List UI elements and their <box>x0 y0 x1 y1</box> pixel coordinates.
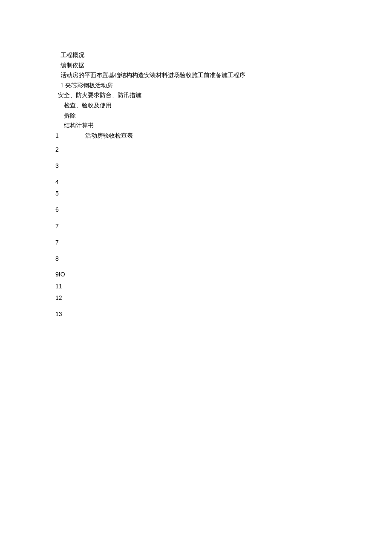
number-label-8: 8 <box>55 255 392 263</box>
toc-line-5: 安全、防火要求防台、防汛措施 <box>55 91 392 100</box>
number-label-1: 1 <box>55 132 85 140</box>
number-label-13: 13 <box>55 310 392 319</box>
toc-line-7: 拆除 <box>55 112 392 120</box>
number-label-5: 5 <box>55 190 392 198</box>
toc-line-3: 活动房的平面布置基础结构构造安装材料进场验收施工前准备施工程序 <box>55 71 392 80</box>
toc-line-8: 结构计算书 <box>55 121 392 130</box>
toc-line-2: 编制依据 <box>55 61 392 70</box>
number-label-3: 3 <box>55 162 392 170</box>
number-label-7: 7 <box>55 222 392 231</box>
number-label-7b: 7 <box>55 239 392 247</box>
numbered-item-1: 1 活动房验收检查表 <box>55 132 392 140</box>
number-label-9: 9IO <box>55 270 392 279</box>
toc-line-6: 检查、验收及使用 <box>55 101 392 110</box>
toc-line-1: 工程概况 <box>55 51 392 60</box>
number-label-4: 4 <box>55 178 392 187</box>
numbered-text-1: 活动房验收检查表 <box>85 132 133 140</box>
number-label-2: 2 <box>55 146 392 154</box>
toc-line-4: 1 夹芯彩钢板活动房 <box>55 81 392 90</box>
number-label-12: 12 <box>55 294 392 302</box>
number-label-11: 11 <box>55 282 392 291</box>
number-label-6: 6 <box>55 206 392 214</box>
